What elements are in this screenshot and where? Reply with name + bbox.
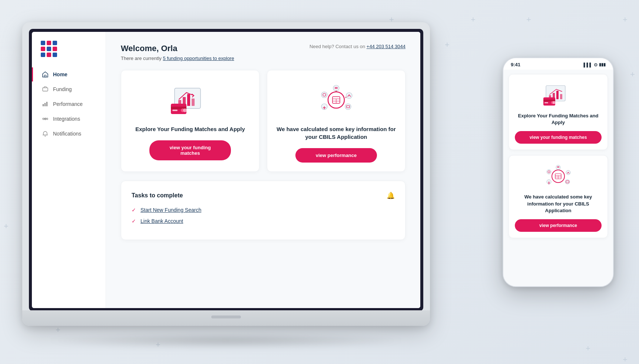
svg-rect-23 bbox=[335, 87, 338, 89]
svg-point-24 bbox=[346, 93, 352, 98]
decoration-plus: + bbox=[623, 355, 628, 364]
card1-title: Explore Your Funding Matches and Apply bbox=[135, 125, 245, 133]
task-item-1: ✓ Start New Funding Search bbox=[132, 207, 395, 213]
main-content: Welcome, Orla Need help? Contact us on +… bbox=[106, 32, 420, 308]
sidebar-item-integrations[interactable]: Integrations bbox=[32, 112, 106, 126]
mobile-content: Explore Your Funding Matches and Apply v… bbox=[503, 70, 613, 286]
funding-illustration bbox=[168, 81, 212, 118]
svg-rect-1 bbox=[43, 88, 48, 91]
sidebar-item-funding-label: Funding bbox=[53, 86, 72, 92]
svg-point-52 bbox=[547, 170, 551, 174]
logo bbox=[41, 41, 97, 57]
svg-point-16 bbox=[183, 108, 187, 112]
logo-dot bbox=[53, 47, 57, 51]
svg-rect-14 bbox=[172, 110, 178, 111]
laptop-shadow bbox=[43, 333, 410, 348]
task-link-1[interactable]: Start New Funding Search bbox=[140, 207, 201, 213]
svg-point-30 bbox=[335, 90, 337, 92]
task-link-2[interactable]: Link Bank Account bbox=[140, 218, 183, 224]
wifi-icon: ⊙ bbox=[594, 62, 597, 67]
mobile-card1-title: Explore Your Funding Matches and Apply bbox=[515, 113, 602, 126]
mobile-status-bar: 9:41 ▌▌▌ ⊙ ▮▮▮ bbox=[503, 58, 613, 70]
mobile-view-funding-button[interactable]: view your funding matches bbox=[515, 131, 602, 144]
view-performance-button[interactable]: view performance bbox=[295, 148, 377, 163]
svg-point-25 bbox=[345, 104, 351, 110]
logo-dot bbox=[41, 41, 45, 45]
sidebar-item-integrations-label: Integrations bbox=[53, 116, 80, 122]
welcome-header: Welcome, Orla Need help? Contact us on +… bbox=[121, 44, 405, 53]
decoration-plus: + bbox=[526, 16, 531, 24]
logo-area bbox=[32, 41, 106, 67]
mobile-performance-illustration bbox=[542, 161, 575, 189]
task-check-icon: ✓ bbox=[132, 207, 136, 213]
svg-rect-35 bbox=[556, 91, 559, 99]
svg-rect-10 bbox=[187, 94, 190, 106]
bell-icon: 🔔 bbox=[387, 191, 395, 200]
sidebar-item-performance[interactable]: Performance bbox=[32, 97, 106, 111]
decoration-plus: + bbox=[471, 16, 476, 24]
sidebar-item-performance-label: Performance bbox=[53, 101, 83, 107]
mobile-view-performance-button[interactable]: view performance bbox=[515, 219, 602, 232]
laptop-base bbox=[22, 310, 430, 326]
funding-opportunities-text: There are currently 5 funding opportunit… bbox=[121, 56, 405, 61]
decoration-plus: + bbox=[586, 344, 590, 353]
svg-point-31 bbox=[345, 97, 347, 98]
svg-rect-2 bbox=[43, 104, 44, 106]
funding-icon bbox=[42, 86, 49, 93]
funding-text-prefix: There are currently bbox=[121, 56, 163, 61]
welcome-title: Welcome, Orla bbox=[121, 44, 177, 53]
sidebar-item-funding[interactable]: Funding bbox=[32, 82, 106, 96]
tasks-section: Tasks to complete 🔔 ✓ Start New Funding … bbox=[121, 181, 405, 240]
sidebar-item-home-label: Home bbox=[53, 71, 67, 77]
logo-dot bbox=[53, 41, 57, 45]
battery-icon: ▮▮▮ bbox=[599, 62, 606, 67]
svg-rect-39 bbox=[544, 102, 548, 103]
laptop-body: Home Funding bbox=[22, 22, 430, 326]
card2-title: We have calculated some key information … bbox=[276, 125, 396, 141]
contact-text: Need help? Contact us on bbox=[309, 44, 367, 49]
logo-dot bbox=[41, 53, 45, 57]
sidebar-item-home[interactable]: Home bbox=[32, 67, 106, 81]
integrations-icon bbox=[42, 116, 49, 122]
svg-point-6 bbox=[46, 118, 48, 120]
notifications-icon bbox=[42, 130, 49, 137]
status-icons: ▌▌▌ ⊙ ▮▮▮ bbox=[584, 62, 606, 67]
sidebar-item-notifications-label: Notifications bbox=[53, 131, 81, 137]
decoration-plus: + bbox=[4, 222, 9, 230]
mobile-performance-card: We have calculated some key information … bbox=[509, 155, 608, 238]
logo-dot bbox=[53, 53, 57, 57]
decoration-plus: + bbox=[623, 16, 628, 24]
contact-info: Need help? Contact us on +44 203 514 304… bbox=[309, 44, 405, 49]
laptop-device: Home Funding bbox=[22, 22, 430, 341]
mobile-funding-card: Explore Your Funding Matches and Apply v… bbox=[509, 74, 608, 150]
sidebar: Home Funding bbox=[32, 32, 106, 308]
mobile-frame: 9:41 ▌▌▌ ⊙ ▮▮▮ bbox=[503, 57, 614, 287]
sidebar-item-notifications[interactable]: Notifications bbox=[32, 127, 106, 141]
logo-dot bbox=[47, 41, 51, 45]
logo-dot bbox=[47, 47, 51, 51]
funding-link[interactable]: 5 funding opportunities to explore bbox=[163, 56, 234, 61]
nav-menu: Home Funding bbox=[32, 67, 106, 141]
mobile-funding-illustration bbox=[542, 80, 575, 108]
mobile-card2-title: We have calculated some key information … bbox=[515, 194, 602, 214]
mobile-device: 9:41 ▌▌▌ ⊙ ▮▮▮ bbox=[503, 57, 614, 287]
view-funding-matches-button[interactable]: view your funding matches bbox=[149, 140, 231, 160]
svg-rect-48 bbox=[557, 166, 559, 168]
decoration-plus: + bbox=[630, 70, 635, 79]
svg-point-5 bbox=[43, 118, 44, 120]
contact-phone[interactable]: +44 203 514 3044 bbox=[367, 44, 405, 49]
task-check-icon-2: ✓ bbox=[132, 218, 136, 224]
tasks-title: Tasks to complete bbox=[132, 192, 183, 199]
home-icon bbox=[42, 71, 49, 78]
performance-icon bbox=[42, 101, 49, 107]
logo-dot bbox=[41, 47, 45, 51]
svg-rect-36 bbox=[560, 94, 562, 99]
svg-point-27 bbox=[321, 92, 327, 98]
svg-point-41 bbox=[553, 101, 556, 104]
laptop-notch bbox=[211, 315, 241, 318]
cards-row: Explore Your Funding Matches and Apply v… bbox=[121, 70, 405, 172]
laptop-screen-bezel: Home Funding bbox=[29, 29, 423, 311]
svg-rect-11 bbox=[192, 98, 195, 106]
svg-rect-3 bbox=[44, 103, 46, 106]
logo-dot bbox=[47, 53, 51, 57]
